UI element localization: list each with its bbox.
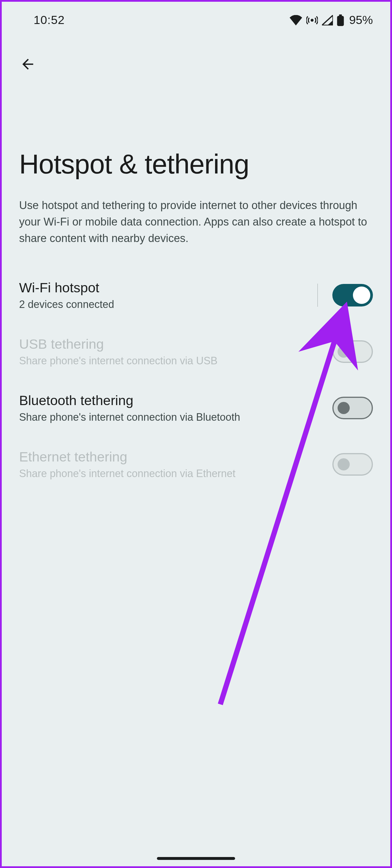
switch-knob	[353, 286, 370, 304]
bluetooth-tethering-text: Bluetooth tethering Share phone's intern…	[19, 392, 327, 423]
bluetooth-tethering-subtitle: Share phone's internet connection via Bl…	[19, 411, 327, 423]
wifi-hotspot-text: Wi-Fi hotspot 2 devices connected	[19, 280, 309, 311]
usb-tethering-switch	[332, 340, 373, 363]
back-button[interactable]	[16, 53, 39, 76]
svg-point-0	[311, 19, 313, 22]
ethernet-tethering-row: Ethernet tethering Share phone's interne…	[2, 436, 390, 492]
wifi-hotspot-row[interactable]: Wi-Fi hotspot 2 devices connected	[2, 267, 390, 323]
switch-knob	[338, 345, 350, 358]
svg-rect-2	[337, 16, 344, 26]
switch-knob	[338, 402, 350, 414]
svg-rect-1	[339, 14, 342, 16]
switch-knob	[338, 458, 350, 470]
status-bar: 10:52 95%	[2, 2, 390, 33]
ethernet-tethering-subtitle: Share phone's internet connection via Et…	[19, 468, 327, 480]
toolbar	[2, 33, 390, 82]
bluetooth-tethering-switch[interactable]	[332, 397, 373, 419]
bluetooth-tethering-title: Bluetooth tethering	[19, 392, 327, 408]
wifi-icon	[289, 15, 302, 26]
hotspot-icon	[306, 14, 318, 26]
bluetooth-tethering-row[interactable]: Bluetooth tethering Share phone's intern…	[2, 380, 390, 436]
battery-percentage: 95%	[349, 13, 373, 27]
ethernet-tethering-switch	[332, 453, 373, 476]
usb-tethering-row: USB tethering Share phone's internet con…	[2, 323, 390, 380]
wifi-hotspot-switch[interactable]	[332, 284, 373, 307]
nav-handle[interactable]	[157, 857, 235, 860]
wifi-hotspot-title: Wi-Fi hotspot	[19, 280, 309, 296]
signal-icon	[322, 15, 333, 26]
usb-tethering-subtitle: Share phone's internet connection via US…	[19, 355, 327, 367]
usb-tethering-title: USB tethering	[19, 336, 327, 352]
usb-tethering-text: USB tethering Share phone's internet con…	[19, 336, 327, 367]
page-title: Hotspot & tethering	[2, 82, 390, 197]
divider	[317, 284, 318, 307]
ethernet-tethering-text: Ethernet tethering Share phone's interne…	[19, 449, 327, 480]
status-time: 10:52	[34, 13, 65, 27]
page-description: Use hotspot and tethering to provide int…	[2, 197, 390, 267]
wifi-hotspot-subtitle: 2 devices connected	[19, 299, 309, 311]
ethernet-tethering-title: Ethernet tethering	[19, 449, 327, 465]
status-icons: 95%	[289, 13, 373, 27]
arrow-back-icon	[20, 56, 36, 73]
battery-icon	[337, 14, 344, 26]
